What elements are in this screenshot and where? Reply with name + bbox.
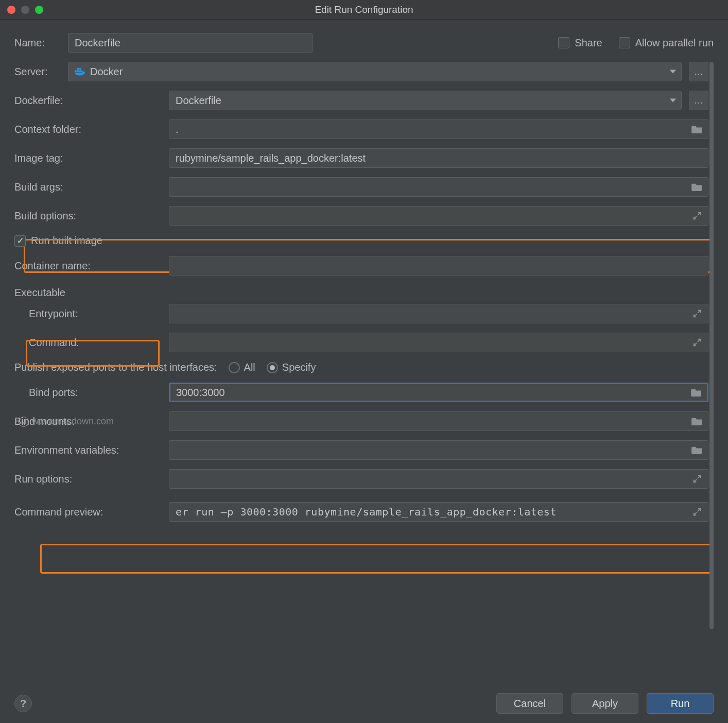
name-value: Dockerfile [75, 37, 120, 49]
ellipsis-icon: … [694, 67, 703, 76]
chevron-down-icon [670, 99, 676, 102]
checkbox-icon [619, 37, 630, 48]
env-vars-input[interactable] [169, 440, 708, 460]
docker-icon [75, 67, 86, 76]
server-value: Docker [90, 66, 123, 78]
scrollbar-thumb[interactable] [709, 62, 714, 629]
svg-rect-3 [77, 68, 79, 70]
expand-icon[interactable] [690, 307, 704, 320]
build-args-row: Build args: [14, 177, 708, 197]
build-options-row: Build options: [14, 206, 708, 226]
container-name-input[interactable] [169, 256, 708, 276]
image-tag-value: rubymine/sample_rails_app_docker:latest [176, 152, 366, 164]
image-tag-row: Image tag: rubymine/sample_rails_app_doc… [14, 148, 708, 168]
svg-rect-4 [79, 68, 81, 70]
command-input[interactable] [169, 333, 708, 352]
publish-ports-label: Publish exposed ports to the host interf… [14, 361, 217, 373]
run-options-row: Run options: [14, 469, 708, 489]
run-label: Run [671, 698, 690, 710]
bind-mounts-label: Bind mounts: [14, 416, 162, 427]
chevron-down-icon [670, 70, 676, 74]
dockerfile-more-button[interactable]: … [689, 91, 708, 110]
name-label: Name: [14, 37, 61, 49]
highlight-bind-ports [40, 544, 714, 574]
cancel-button[interactable]: Cancel [496, 693, 563, 714]
run-built-image-row: Run built image [14, 235, 708, 247]
expand-icon[interactable] [690, 209, 704, 222]
cancel-label: Cancel [514, 698, 546, 710]
build-args-input[interactable] [169, 177, 708, 197]
command-row: Command: [14, 333, 708, 352]
env-vars-label: Environment variables: [14, 444, 162, 456]
ports-specify-radio[interactable]: Specify [267, 361, 316, 373]
env-vars-row: Environment variables: [14, 440, 708, 460]
run-built-image-checkbox[interactable]: Run built image [14, 235, 102, 247]
help-button[interactable]: ? [14, 695, 32, 712]
build-options-input[interactable] [169, 206, 708, 226]
run-built-image-label: Run built image [31, 235, 102, 247]
window-title: Edit Run Configuration [0, 4, 728, 15]
bind-mounts-input[interactable] [169, 411, 708, 431]
checkbox-checked-icon [14, 235, 26, 247]
server-dropdown[interactable]: Docker [68, 62, 682, 81]
bind-mounts-row: Bind mounts: [14, 411, 708, 431]
context-folder-input[interactable]: . [169, 119, 708, 139]
context-folder-value: . [176, 124, 179, 135]
bind-ports-input[interactable]: 3000:3000 [169, 383, 708, 402]
command-preview-input[interactable]: er run –p 3000:3000 rubymine/sample_rail… [169, 502, 708, 522]
publish-ports-row: Publish exposed ports to the host interf… [14, 361, 708, 373]
apply-button[interactable]: Apply [571, 693, 638, 714]
ellipsis-icon: … [694, 96, 703, 105]
build-options-label: Build options: [14, 210, 162, 222]
command-label: Command: [29, 337, 162, 349]
run-button[interactable]: Run [647, 693, 714, 714]
help-icon: ? [20, 698, 26, 710]
folder-icon[interactable] [690, 386, 703, 399]
ports-all-label: All [244, 361, 255, 373]
expand-icon[interactable] [690, 336, 704, 349]
expand-icon[interactable] [690, 505, 704, 519]
entrypoint-label: Entrypoint: [29, 308, 162, 320]
build-args-label: Build args: [14, 181, 162, 193]
dockerfile-label: Dockerfile: [14, 95, 162, 107]
folder-icon[interactable] [690, 180, 704, 194]
minimize-icon [21, 6, 29, 14]
server-row: Server: Docker … [14, 62, 708, 81]
executable-section-title: Executable [14, 287, 708, 299]
folder-icon[interactable] [690, 415, 704, 428]
folder-icon[interactable] [690, 123, 704, 136]
checkbox-icon [558, 37, 569, 48]
run-options-input[interactable] [169, 469, 708, 489]
radio-icon [229, 362, 240, 373]
context-folder-row: Context folder: . [14, 119, 708, 139]
ports-specify-label: Specify [282, 361, 316, 373]
bind-ports-row: Bind ports: 3000:3000 [14, 383, 708, 402]
entrypoint-row: Entrypoint: [14, 304, 708, 323]
dockerfile-row: Dockerfile: Dockerfile … [14, 91, 708, 110]
image-tag-label: Image tag: [14, 152, 162, 164]
image-tag-input[interactable]: rubymine/sample_rails_app_docker:latest [169, 148, 708, 168]
maximize-icon[interactable] [35, 6, 43, 14]
close-icon[interactable] [7, 6, 15, 14]
name-row: Name: Dockerfile Share Allow parallel ru… [14, 33, 714, 53]
share-label: Share [575, 37, 602, 49]
command-preview-row: Command preview: er run –p 3000:3000 rub… [14, 502, 708, 522]
entrypoint-input[interactable] [169, 304, 708, 323]
server-more-button[interactable]: … [689, 62, 708, 81]
bottom-bar: ? Cancel Apply Run [14, 679, 714, 714]
share-checkbox[interactable]: Share [558, 37, 602, 49]
context-folder-label: Context folder: [14, 124, 162, 135]
folder-icon[interactable] [690, 443, 704, 457]
vertical-scrollbar[interactable] [709, 62, 714, 679]
dockerfile-dropdown[interactable]: Dockerfile [169, 91, 682, 110]
ports-all-radio[interactable]: All [229, 361, 255, 373]
name-input[interactable]: Dockerfile [68, 33, 313, 53]
titlebar: Edit Run Configuration [0, 0, 728, 20]
expand-icon[interactable] [690, 472, 704, 486]
allow-parallel-checkbox[interactable]: Allow parallel run [619, 37, 714, 49]
form-scroll-region: Server: Docker … Dockerfile: Dockerfile … [14, 62, 714, 679]
bind-ports-label: Bind ports: [29, 387, 162, 399]
command-preview-label: Command preview: [14, 506, 162, 518]
allow-parallel-label: Allow parallel run [635, 37, 714, 49]
dockerfile-value: Dockerfile [176, 95, 221, 107]
